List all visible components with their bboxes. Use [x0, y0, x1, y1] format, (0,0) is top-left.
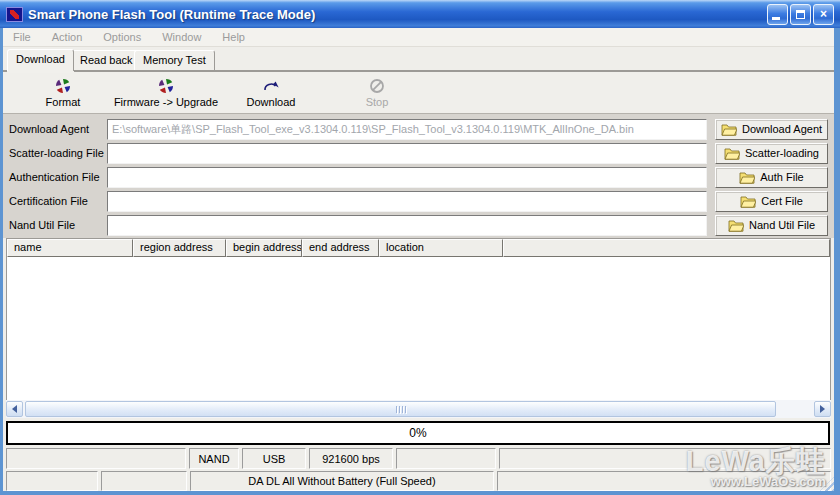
progress-value: 0% [409, 426, 426, 440]
column-header-location[interactable]: location [379, 239, 503, 257]
firmware-upgrade-label: Firmware -> Upgrade [101, 96, 231, 108]
cert-file-browse-button[interactable]: Cert File [715, 191, 828, 212]
scatter-loading-row: Scatter-loading File Scatter-loading [3, 141, 834, 165]
download-agent-input[interactable]: E:\software\单路\SP_Flash_Tool_exe_v3.1304… [107, 119, 707, 140]
column-header-end-address[interactable]: end address [302, 239, 379, 257]
stop-label: Stop [353, 96, 401, 108]
auth-file-browse-label: Auth File [760, 171, 803, 183]
toolbar: Format Firmware -> Upgrade Download [3, 71, 834, 113]
tab-strip: Download Read back Memory Test [3, 48, 834, 71]
maximize-icon [796, 10, 805, 19]
scrollbar-grip-icon [396, 406, 406, 413]
status-cell-blank [396, 448, 496, 469]
tab-memory-test[interactable]: Memory Test [134, 50, 215, 70]
menu-bar: File Action Options Window Help [3, 28, 834, 47]
cert-file-browse-label: Cert File [761, 195, 803, 207]
table-header-row: name region address begin address end ad… [7, 239, 830, 257]
status-cell-blank [6, 471, 98, 491]
scatter-loading-browse-label: Scatter-loading [745, 147, 819, 159]
nand-util-row: Nand Util File Nand Util File [3, 213, 834, 237]
firmware-upgrade-button[interactable]: Firmware -> Upgrade [101, 77, 231, 108]
table-body-empty[interactable] [7, 257, 830, 401]
folder-icon [721, 123, 737, 136]
authentication-row: Authentication File Auth File [3, 165, 834, 189]
tab-read-back[interactable]: Read back [71, 50, 142, 70]
format-pinwheel-icon [33, 77, 93, 94]
scrollbar-track[interactable] [23, 401, 814, 417]
status-cell-blank [6, 448, 186, 469]
download-arrow-icon [239, 77, 303, 94]
download-agent-browse-label: Download Agent [742, 123, 822, 135]
scroll-left-button[interactable] [6, 401, 23, 417]
scatter-loading-browse-button[interactable]: Scatter-loading [715, 143, 828, 164]
title-bar: Smart Phone Flash Tool (Runtime Trace Mo… [0, 0, 840, 28]
authentication-label: Authentication File [3, 171, 107, 183]
column-header-filler [503, 239, 830, 257]
menu-window[interactable]: Window [160, 30, 203, 44]
close-button[interactable]: × [813, 4, 834, 25]
menu-file[interactable]: File [11, 30, 33, 44]
app-window: Smart Phone Flash Tool (Runtime Trace Mo… [0, 0, 840, 495]
authentication-input[interactable] [107, 167, 707, 188]
chevron-right-icon [820, 405, 825, 413]
column-header-begin-address[interactable]: begin address [226, 239, 302, 257]
menu-options[interactable]: Options [101, 30, 143, 44]
format-button[interactable]: Format [33, 77, 93, 108]
status-cell-baudrate: 921600 bps [309, 448, 393, 469]
auth-file-browse-button[interactable]: Auth File [715, 167, 828, 188]
scatter-loading-label: Scatter-loading File [3, 147, 107, 159]
download-agent-row: Download Agent E:\software\单路\SP_Flash_T… [3, 117, 834, 141]
close-icon: × [820, 8, 827, 20]
minimize-icon [772, 17, 780, 20]
column-header-region-address[interactable]: region address [133, 239, 226, 257]
menu-help[interactable]: Help [220, 30, 247, 44]
folder-icon [724, 147, 740, 160]
nand-util-label: Nand Util File [3, 219, 107, 231]
status-cell-usb: USB [242, 448, 306, 469]
status-cell-blank [101, 471, 187, 491]
nand-util-browse-button[interactable]: Nand Util File [715, 215, 828, 236]
status-bar-row-1: NAND USB 921600 bps [6, 448, 831, 469]
status-cell-blank [497, 471, 831, 491]
status-bar-row-2: DA DL All Without Battery (Full Speed) [6, 471, 831, 491]
certification-input[interactable] [107, 191, 707, 212]
status-cell-nand: NAND [189, 448, 239, 469]
download-agent-label: Download Agent [3, 123, 107, 135]
scatter-loading-input[interactable] [107, 143, 707, 164]
download-button[interactable]: Download [239, 77, 303, 108]
column-header-name[interactable]: name [7, 239, 133, 257]
nand-util-input[interactable] [107, 215, 707, 236]
tab-download[interactable]: Download [7, 49, 74, 71]
window-title: Smart Phone Flash Tool (Runtime Trace Mo… [28, 7, 315, 22]
download-label: Download [239, 96, 303, 108]
app-icon [6, 7, 23, 22]
file-form-panel: Download Agent E:\software\单路\SP_Flash_T… [3, 113, 834, 238]
format-label: Format [33, 96, 93, 108]
stop-button[interactable]: Stop [353, 77, 401, 108]
firmware-pinwheel-icon [101, 77, 231, 94]
folder-icon [740, 195, 756, 208]
download-agent-browse-button[interactable]: Download Agent [715, 119, 828, 140]
menu-action[interactable]: Action [50, 30, 85, 44]
certification-row: Certification File Cert File [3, 189, 834, 213]
nand-util-browse-label: Nand Util File [749, 219, 815, 231]
minimize-button[interactable] [767, 4, 788, 25]
certification-label: Certification File [3, 195, 107, 207]
folder-icon [739, 171, 755, 184]
maximize-button[interactable] [790, 4, 811, 25]
scroll-right-button[interactable] [814, 401, 831, 417]
partition-table: name region address begin address end ad… [6, 238, 831, 400]
folder-icon [728, 219, 744, 232]
progress-bar: 0% [6, 421, 830, 445]
status-cell-battery-mode: DA DL All Without Battery (Full Speed) [190, 471, 494, 491]
horizontal-scrollbar [6, 400, 831, 418]
stop-icon [353, 77, 401, 94]
status-cell-blank [499, 448, 831, 469]
chevron-left-icon [12, 405, 17, 413]
scrollbar-thumb[interactable] [25, 401, 776, 417]
